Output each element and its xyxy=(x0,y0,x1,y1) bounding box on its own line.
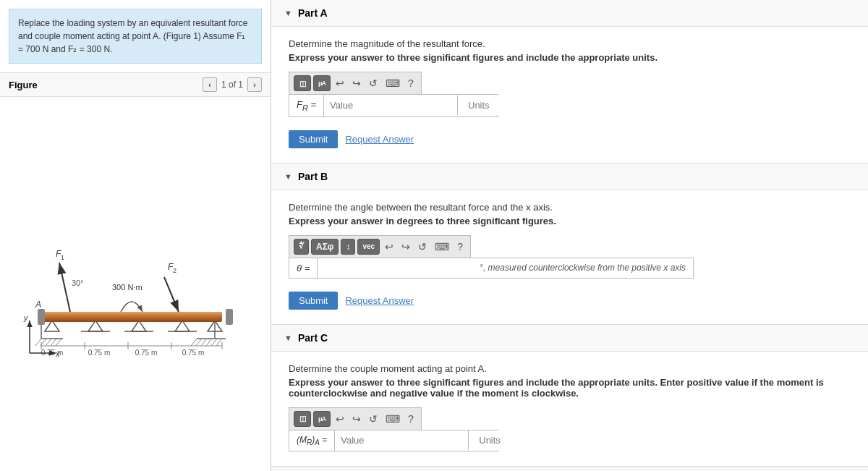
part-c-section: ▼ Part C Determine the couple moment act… xyxy=(271,325,868,467)
part-a-request-button[interactable]: Request Answer xyxy=(345,134,414,145)
undo-button-a[interactable]: ↩ xyxy=(333,76,347,90)
part-b-arrow: ▼ xyxy=(284,172,292,181)
undo-button-c[interactable]: ↩ xyxy=(333,412,347,426)
vec-button-b[interactable]: vec xyxy=(357,239,380,255)
svg-marker-16 xyxy=(88,321,103,331)
matrix-icon-button[interactable]: ◫ xyxy=(294,75,311,91)
keyboard-button-b[interactable]: ⌨ xyxy=(432,239,452,254)
problem-text: Replace the loading system by an equival… xyxy=(18,18,248,54)
part-a-toolbar: ◫ μA ↩ ↪ ↺ ⌨ ? xyxy=(289,72,422,94)
svg-line-28 xyxy=(59,263,70,312)
mu-button[interactable]: μA xyxy=(313,75,331,91)
part-b-section: ▼ Part B Determine the angle between the… xyxy=(271,164,868,325)
part-a-input-label: FR = xyxy=(289,95,324,116)
svg-line-14 xyxy=(216,339,222,346)
part-c-toolbar: ◫ μA ↩ ↪ ↺ ⌨ ? xyxy=(289,407,422,430)
svg-line-32 xyxy=(164,277,179,312)
svg-text:x: x xyxy=(55,349,60,358)
svg-line-10 xyxy=(196,339,202,346)
reset-button-c[interactable]: ↺ xyxy=(366,412,380,426)
svg-rect-24 xyxy=(41,312,222,322)
sigma-button-b[interactable]: ΑΣφ xyxy=(311,239,339,255)
part-c-content: Determine the couple moment acting at po… xyxy=(271,352,868,466)
part-c-input-label: (MR)A = xyxy=(289,430,335,451)
keyboard-button-c[interactable]: ⌨ xyxy=(383,412,403,426)
part-c-subinstruction: Express your answer to three significant… xyxy=(289,377,851,399)
part-a-submit-button[interactable]: Submit xyxy=(289,130,338,148)
part-b-input-row: θ = °, measured counterclockwise from th… xyxy=(289,258,694,279)
help-button-b[interactable]: ? xyxy=(454,239,466,254)
svg-marker-15 xyxy=(45,321,59,331)
figure-header: Figure ‹ 1 of 1 › xyxy=(0,72,271,97)
help-button-c[interactable]: ? xyxy=(405,412,417,426)
svg-rect-26 xyxy=(226,309,233,325)
sqrt-button-b[interactable]: ∜ xyxy=(294,239,309,255)
redo-button-c[interactable]: ↪ xyxy=(349,412,364,426)
part-b-value-input[interactable] xyxy=(318,258,472,278)
part-b-suffix: °, measured counterclockwise from the po… xyxy=(472,258,693,277)
figure-container: Figure ‹ 1 of 1 › xyxy=(0,72,271,471)
part-b-instruction: Determine the angle between the resultan… xyxy=(289,202,851,213)
svg-line-6 xyxy=(56,339,61,346)
part-a-actions: Submit Request Answer xyxy=(289,123,851,148)
next-figure-button[interactable]: › xyxy=(247,77,262,92)
updown-button-b[interactable]: ↕ xyxy=(341,239,355,255)
svg-marker-18 xyxy=(132,321,146,331)
part-c-arrow: ▼ xyxy=(284,334,292,342)
svg-line-13 xyxy=(211,339,217,346)
figure-svg: A F 1 30° F 2 300 N·m xyxy=(20,205,251,364)
part-a-section: ▼ Part A Determine the magnitude of the … xyxy=(271,0,868,164)
left-panel: Replace the loading system by an equival… xyxy=(0,0,271,471)
part-b-label: Part B xyxy=(298,171,328,182)
part-b-input-label: θ = xyxy=(289,258,318,278)
svg-line-9 xyxy=(191,339,197,346)
svg-text:30°: 30° xyxy=(72,279,84,287)
part-c-value-input[interactable] xyxy=(335,430,469,450)
part-c-units-field[interactable]: Units xyxy=(469,430,519,450)
part-b-toolbar: ∜ ΑΣφ ↕ vec ↩ ↪ ↺ ⌨ ? xyxy=(289,235,471,258)
part-a-arrow: ▼ xyxy=(284,9,292,17)
part-b-content: Determine the angle between the resultan… xyxy=(271,190,868,324)
part-c-input-row: (MR)A = Units xyxy=(289,430,498,451)
svg-text:0.75 m: 0.75 m xyxy=(182,349,205,357)
part-a-label: Part A xyxy=(298,7,328,19)
part-b-request-button[interactable]: Request Answer xyxy=(345,295,414,306)
figure-nav: ‹ 1 of 1 › xyxy=(203,77,262,92)
help-button-a[interactable]: ? xyxy=(405,76,417,90)
mu-button-c[interactable]: μA xyxy=(313,411,331,427)
part-a-subinstruction: Express your answer to three significant… xyxy=(289,52,851,63)
reset-button-a[interactable]: ↺ xyxy=(366,76,380,90)
svg-text:2: 2 xyxy=(173,267,176,274)
part-a-units-field[interactable]: Units xyxy=(458,96,509,115)
part-a-value-input[interactable] xyxy=(324,96,458,115)
part-b-header[interactable]: ▼ Part B xyxy=(271,164,868,190)
svg-line-4 xyxy=(46,339,51,346)
figure-nav-text: 1 of 1 xyxy=(221,80,243,90)
svg-marker-20 xyxy=(175,321,190,331)
figure-title: Figure xyxy=(9,80,38,90)
prev-figure-button[interactable]: ‹ xyxy=(203,77,217,92)
svg-text:0.75 m: 0.75 m xyxy=(88,349,111,357)
undo-button-b[interactable]: ↩ xyxy=(382,239,396,254)
part-a-content: Determine the magnitude of the resultant… xyxy=(271,27,868,163)
part-c-instruction: Determine the couple moment acting at po… xyxy=(289,363,851,374)
part-c-header[interactable]: ▼ Part C xyxy=(271,325,868,352)
part-a-instruction: Determine the magnitude of the resultant… xyxy=(289,38,851,49)
svg-text:1: 1 xyxy=(61,254,64,261)
reset-button-b[interactable]: ↺ xyxy=(415,239,430,254)
svg-text:y: y xyxy=(23,313,29,322)
part-a-header[interactable]: ▼ Part A xyxy=(271,0,868,27)
matrix-icon-button-c[interactable]: ◫ xyxy=(294,411,311,427)
keyboard-button-a[interactable]: ⌨ xyxy=(383,76,403,90)
problem-statement: Replace the loading system by an equival… xyxy=(9,9,262,64)
svg-text:A: A xyxy=(35,300,41,310)
right-panel: ▼ Part A Determine the magnitude of the … xyxy=(271,0,868,471)
part-b-submit-button[interactable]: Submit xyxy=(289,292,338,310)
svg-text:0.75 m: 0.75 m xyxy=(135,349,158,357)
svg-line-2 xyxy=(35,339,41,346)
redo-button-a[interactable]: ↪ xyxy=(349,76,364,90)
svg-line-11 xyxy=(201,339,207,346)
redo-button-b[interactable]: ↪ xyxy=(399,239,413,254)
part-c-label: Part C xyxy=(298,332,328,344)
svg-rect-25 xyxy=(38,309,45,325)
